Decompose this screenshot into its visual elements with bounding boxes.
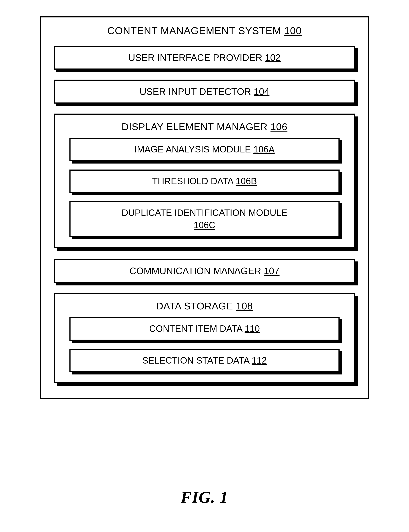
dup-id-ref: 106C (194, 220, 215, 230)
threshold-label: THRESHOLD DATA (152, 176, 233, 186)
data-storage-group: DATA STORAGE 108 CONTENT ITEM DATA 110 S… (54, 293, 355, 383)
data-storage-label: DATA STORAGE (156, 301, 233, 312)
content-item-box: CONTENT ITEM DATA 110 (69, 317, 340, 341)
root-title: CONTENT MANAGEMENT SYSTEM 100 (54, 25, 355, 37)
content-item-ref: 110 (245, 324, 260, 334)
selection-state-box: SELECTION STATE DATA 112 (69, 349, 340, 372)
comm-manager-label: COMMUNICATION MANAGER (130, 266, 261, 276)
display-manager-group: DISPLAY ELEMENT MANAGER 106 IMAGE ANALYS… (54, 114, 355, 248)
ui-provider-label: USER INTERFACE PROVIDER (128, 52, 262, 63)
display-manager-ref: 106 (270, 121, 287, 132)
dup-id-label: DUPLICATE IDENTIFICATION MODULE (122, 208, 287, 218)
dup-id-box: DUPLICATE IDENTIFICATION MODULE 106C (69, 201, 340, 237)
root-label: CONTENT MANAGEMENT SYSTEM (107, 25, 281, 36)
selection-state-label: SELECTION STATE DATA (142, 355, 249, 366)
threshold-box: THRESHOLD DATA 106B (69, 170, 340, 193)
figure-page: CONTENT MANAGEMENT SYSTEM 100 USER INTER… (0, 0, 409, 399)
image-analysis-ref: 106A (253, 144, 275, 155)
input-detector-label: USER INPUT DETECTOR (139, 86, 251, 97)
image-analysis-label: IMAGE ANALYSIS MODULE (134, 144, 251, 155)
ui-provider-ref: 102 (265, 52, 281, 63)
selection-state-ref: 112 (251, 355, 267, 366)
data-storage-title: DATA STORAGE 108 (69, 300, 340, 312)
root-ref: 100 (284, 25, 302, 36)
comm-manager-box: COMMUNICATION MANAGER 107 (54, 259, 355, 283)
root-box: CONTENT MANAGEMENT SYSTEM 100 USER INTER… (40, 16, 369, 399)
figure-label: FIG. 1 (0, 488, 409, 506)
content-item-label: CONTENT ITEM DATA (149, 324, 242, 334)
threshold-ref: 106B (236, 176, 257, 186)
ui-provider-box: USER INTERFACE PROVIDER 102 (54, 46, 355, 70)
input-detector-box: USER INPUT DETECTOR 104 (54, 80, 355, 104)
display-manager-title: DISPLAY ELEMENT MANAGER 106 (69, 121, 340, 132)
data-storage-ref: 108 (236, 301, 253, 312)
display-manager-label: DISPLAY ELEMENT MANAGER (122, 121, 268, 132)
image-analysis-box: IMAGE ANALYSIS MODULE 106A (69, 138, 340, 161)
comm-manager-ref: 107 (264, 266, 279, 276)
input-detector-ref: 104 (254, 86, 270, 97)
